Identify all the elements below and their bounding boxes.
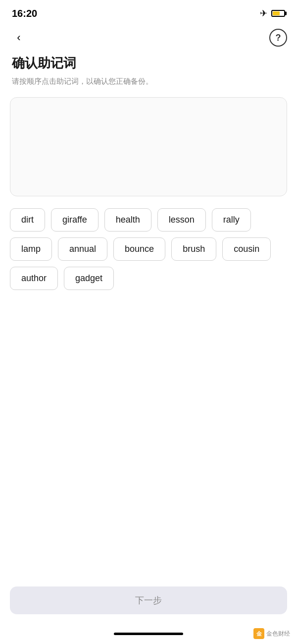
help-icon: ? bbox=[276, 33, 281, 43]
back-button[interactable]: ‹ bbox=[10, 29, 28, 47]
home-indicator bbox=[114, 633, 183, 635]
word-chip-author[interactable]: author bbox=[10, 267, 58, 290]
airplane-icon: ✈ bbox=[260, 8, 267, 19]
watermark: 金 金色财经 bbox=[253, 628, 290, 639]
page-title: 确认助记词 bbox=[12, 55, 285, 72]
word-chip-rally[interactable]: rally bbox=[212, 208, 251, 232]
word-chip-bounce[interactable]: bounce bbox=[113, 237, 165, 261]
page-subtitle: 请按顺序点击助记词，以确认您正确备份。 bbox=[12, 76, 285, 87]
back-chevron-icon: ‹ bbox=[17, 32, 20, 43]
help-button[interactable]: ? bbox=[269, 29, 287, 47]
battery-icon bbox=[271, 10, 285, 17]
next-button-container: 下一步 bbox=[10, 586, 287, 614]
nav-bar: ‹ ? bbox=[0, 25, 297, 51]
status-bar: 16:20 ✈ bbox=[0, 0, 297, 25]
phrase-selection-box bbox=[10, 97, 287, 196]
word-chip-giraffe[interactable]: giraffe bbox=[51, 208, 99, 232]
word-chip-cousin[interactable]: cousin bbox=[222, 237, 271, 261]
watermark-logo: 金 bbox=[253, 628, 264, 639]
watermark-text: 金色财经 bbox=[266, 630, 290, 638]
word-chip-brush[interactable]: brush bbox=[171, 237, 216, 261]
next-button[interactable]: 下一步 bbox=[10, 586, 287, 614]
status-icons: ✈ bbox=[260, 8, 285, 19]
word-chip-lesson[interactable]: lesson bbox=[157, 208, 206, 232]
page-header: 确认助记词 请按顺序点击助记词，以确认您正确备份。 bbox=[0, 51, 297, 97]
word-chip-gadget[interactable]: gadget bbox=[64, 267, 114, 290]
words-container: dirtgiraffehealthlessonrallylampannualbo… bbox=[0, 196, 297, 298]
word-chip-dirt[interactable]: dirt bbox=[10, 208, 45, 232]
word-chip-lamp[interactable]: lamp bbox=[10, 237, 52, 261]
word-chip-annual[interactable]: annual bbox=[58, 237, 107, 261]
word-chip-health[interactable]: health bbox=[104, 208, 151, 232]
status-time: 16:20 bbox=[12, 8, 37, 19]
